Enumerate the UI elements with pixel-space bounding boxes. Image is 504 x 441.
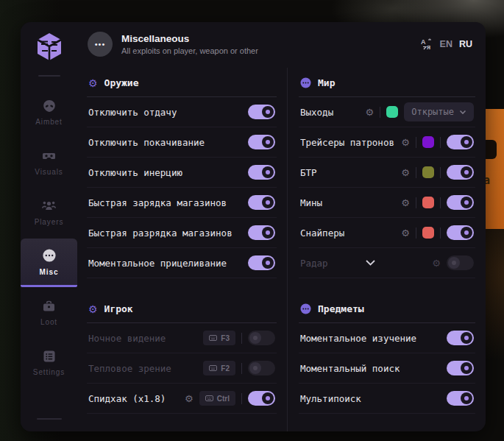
- color-swatch[interactable]: [386, 106, 398, 118]
- divider: [241, 393, 242, 404]
- section-items: Предметы Моментальное изучение Моменталь…: [299, 294, 475, 414]
- keyboard-icon: [205, 395, 213, 401]
- exits-dropdown[interactable]: Открытые: [404, 102, 474, 121]
- lang-ru-button[interactable]: RU: [459, 39, 472, 49]
- setting-label: Отключить покачивание: [88, 137, 205, 148]
- setting-row: Радар ⚙: [299, 248, 475, 278]
- color-swatch[interactable]: [422, 197, 434, 208]
- row-settings-gear-icon[interactable]: ⚙: [366, 107, 375, 117]
- sidebar-item-settings[interactable]: Settings: [21, 339, 77, 387]
- keyboard-icon: [209, 365, 217, 371]
- setting-row: Отключить инерцию: [87, 158, 277, 188]
- sidebar-item-visuals[interactable]: Visuals: [21, 138, 77, 187]
- sidebar-item-misc[interactable]: Misc: [21, 239, 77, 287]
- toggle-switch[interactable]: [447, 255, 474, 270]
- sidebar-item-label: Players: [35, 218, 64, 226]
- row-settings-gear-icon[interactable]: ⚙: [432, 258, 441, 268]
- page-header: ••• Miscellaneous All exploits on player…: [77, 22, 486, 66]
- sidebar-bottom-divider: [37, 418, 62, 420]
- toggle-switch[interactable]: [447, 225, 474, 240]
- row-settings-gear-icon[interactable]: ⚙: [185, 394, 194, 403]
- setting-label: Трейсеры патронов: [300, 137, 394, 148]
- sidebar-item-label: Visuals: [35, 168, 63, 176]
- setting-label: Спидхак (x1.8): [88, 393, 166, 404]
- setting-label: Быстрая зарядка магазинов: [88, 197, 227, 208]
- left-column: ⚙ Оружие Отключить отдачу Отключить пока…: [87, 68, 287, 431]
- page-title: Miscellaneous: [121, 33, 258, 44]
- color-swatch[interactable]: [422, 136, 434, 148]
- toggle-switch[interactable]: [248, 135, 275, 149]
- toggle-switch[interactable]: [248, 361, 275, 375]
- toggle-switch[interactable]: [248, 165, 275, 180]
- svg-text:я: я: [427, 43, 430, 51]
- toggle-switch[interactable]: [447, 331, 474, 345]
- content-grid: ⚙ Оружие Отключить отдачу Отключить пока…: [77, 66, 486, 431]
- toggle-switch[interactable]: [447, 135, 474, 149]
- setting-row: Моментальное прицеливание: [87, 248, 277, 278]
- divider: [416, 137, 416, 148]
- toggle-switch[interactable]: [248, 391, 275, 406]
- gear-icon: ⚙: [88, 304, 98, 314]
- toggle-switch[interactable]: [248, 225, 275, 240]
- setting-row: Выходы ⚙ Открытые: [299, 97, 475, 127]
- section-title: Игрок: [104, 303, 133, 314]
- divider: [241, 363, 242, 374]
- toggle-switch[interactable]: [248, 105, 275, 119]
- setting-label: Ночное видение: [88, 333, 166, 344]
- hotkey-badge[interactable]: F2: [203, 361, 235, 375]
- expand-section-button[interactable]: [365, 259, 376, 267]
- sidebar-item-label: Aimbet: [35, 118, 63, 126]
- setting-row: Мультипоиск: [299, 384, 475, 414]
- hotkey-label: F2: [221, 364, 230, 373]
- keyboard-icon: [209, 335, 217, 341]
- sidebar: Aimbet Visuals Players: [21, 22, 77, 431]
- row-settings-gear-icon[interactable]: ⚙: [401, 228, 410, 238]
- toggle-switch[interactable]: [447, 391, 474, 406]
- setting-label: Тепловое зрение: [88, 363, 171, 374]
- lang-en-button[interactable]: EN: [440, 39, 452, 49]
- setting-row: Трейсеры патронов ⚙: [299, 127, 475, 158]
- row-settings-gear-icon[interactable]: ⚙: [401, 138, 410, 147]
- sidebar-item-players[interactable]: Players: [21, 188, 77, 237]
- setting-row: Тепловое зрение F2: [87, 353, 277, 384]
- setting-row: БТР ⚙: [299, 158, 475, 188]
- divider: [440, 197, 441, 208]
- setting-label: Моментальное изучение: [300, 333, 416, 344]
- sidebar-item-loot[interactable]: Loot: [21, 289, 77, 337]
- section-title: Оружие: [104, 77, 139, 88]
- divider: [440, 227, 441, 239]
- section-world: Мир Выходы ⚙ Открытые: [299, 68, 475, 278]
- toggle-switch[interactable]: [248, 195, 275, 210]
- hotkey-badge[interactable]: F3: [203, 331, 235, 345]
- setting-row: Снайперы ⚙: [299, 218, 475, 248]
- setting-row: Моментальный поиск: [299, 353, 475, 384]
- setting-label: Быстрая разрядка магазинов: [88, 227, 233, 239]
- toggle-switch[interactable]: [447, 195, 474, 210]
- app-logo-icon: [35, 31, 64, 66]
- goggles-icon: [42, 149, 56, 163]
- setting-label: Радар: [300, 258, 328, 269]
- ellipsis-circle-icon: [42, 248, 57, 263]
- setting-row: Моментальное изучение: [299, 323, 475, 353]
- hotkey-badge[interactable]: Ctrl: [199, 391, 235, 406]
- row-settings-gear-icon[interactable]: ⚙: [401, 168, 410, 177]
- setting-row: Спидхак (x1.8) ⚙ Ctrl: [87, 384, 277, 414]
- sidebar-item-aimbot[interactable]: Aimbet: [21, 88, 77, 137]
- setting-row: Отключить покачивание: [87, 127, 277, 158]
- toggle-switch[interactable]: [248, 255, 275, 270]
- setting-label: Снайперы: [300, 227, 344, 239]
- section-player: ⚙ Игрок Ночное видение F3: [87, 294, 277, 414]
- settings-list-icon: [43, 350, 56, 363]
- briefcase-icon: [42, 300, 56, 313]
- color-swatch[interactable]: [422, 227, 434, 239]
- toggle-switch[interactable]: [447, 361, 474, 375]
- toggle-switch[interactable]: [248, 331, 275, 345]
- translate-icon[interactable]: A я: [420, 38, 433, 51]
- divider: [416, 167, 416, 178]
- setting-label: Моментальное прицеливание: [88, 258, 227, 269]
- color-swatch[interactable]: [422, 166, 434, 178]
- main-area: ••• Miscellaneous All exploits on player…: [77, 22, 486, 431]
- setting-label: Моментальный поиск: [300, 363, 400, 374]
- row-settings-gear-icon[interactable]: ⚙: [401, 198, 410, 208]
- toggle-switch[interactable]: [447, 165, 474, 180]
